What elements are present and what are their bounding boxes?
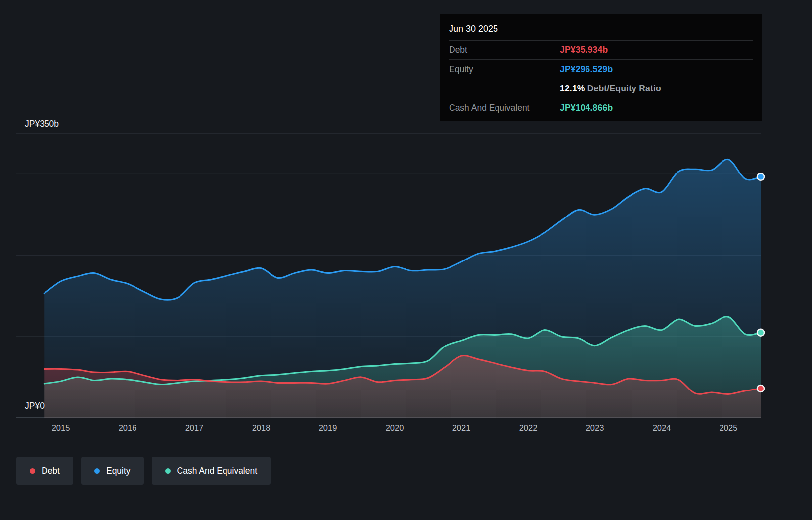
debt-dot-icon: [30, 468, 35, 474]
chart-page: JP¥350b JP¥0 201520162017201820192020202…: [0, 0, 812, 520]
x-axis-label-2021: 2021: [452, 423, 471, 433]
tooltip-row-debt: Debt JP¥35.934b: [449, 40, 753, 59]
chart-tooltip: Jun 30 2025 Debt JP¥35.934b Equity JP¥29…: [440, 14, 762, 121]
legend-debt-label: Debt: [42, 466, 60, 476]
tooltip-date: Jun 30 2025: [449, 19, 753, 40]
x-axis-label-2020: 2020: [386, 423, 404, 433]
legend-item-equity[interactable]: Equity: [81, 457, 144, 485]
legend-equity-label: Equity: [106, 466, 131, 476]
x-axis-label-2019: 2019: [319, 423, 337, 433]
tooltip-row-ratio: 12.1% Debt/Equity Ratio: [449, 79, 753, 98]
x-axis-label-2015: 2015: [52, 423, 70, 433]
cash-dot-icon: [165, 468, 171, 474]
x-axis-label-2024: 2024: [653, 423, 671, 433]
x-axis-label-2023: 2023: [586, 423, 604, 433]
legend-cash-label: Cash And Equivalent: [177, 466, 257, 476]
tooltip-cash-value: JP¥104.866b: [560, 102, 613, 113]
x-axis-label-2017: 2017: [185, 423, 204, 433]
x-axis-label-2018: 2018: [252, 423, 271, 433]
tooltip-ratio-value: 12.1% Debt/Equity Ratio: [560, 83, 661, 94]
y-axis-label-zero: JP¥0: [25, 401, 45, 411]
y-axis-label-max: JP¥350b: [25, 119, 59, 129]
tooltip-debt-label: Debt: [449, 44, 560, 55]
tooltip-equity-label: Equity: [449, 64, 560, 75]
x-axis-label-2022: 2022: [519, 423, 538, 433]
end-marker-debt[interactable]: [757, 385, 764, 392]
tooltip-debt-value: JP¥35.934b: [560, 44, 608, 55]
x-axis-label-2025: 2025: [720, 423, 738, 433]
end-marker-equity[interactable]: [757, 173, 764, 180]
tooltip-row-equity: Equity JP¥296.529b: [449, 59, 753, 79]
tooltip-equity-value: JP¥296.529b: [560, 64, 613, 75]
end-marker-cash-and-equivalent[interactable]: [757, 329, 764, 336]
tooltip-cash-label: Cash And Equivalent: [449, 102, 560, 113]
equity-dot-icon: [94, 468, 100, 474]
legend-item-debt[interactable]: Debt: [16, 457, 73, 485]
x-axis-label-2016: 2016: [119, 423, 137, 433]
tooltip-row-cash: Cash And Equivalent JP¥104.866b: [449, 98, 753, 117]
legend-item-cash[interactable]: Cash And Equivalent: [152, 457, 271, 485]
chart-legend: Debt Equity Cash And Equivalent: [16, 457, 271, 485]
